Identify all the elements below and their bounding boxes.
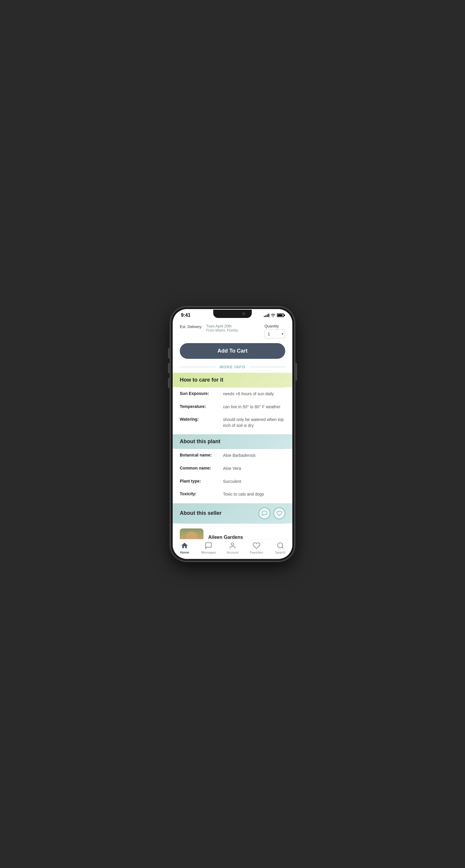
sidebar-item-messages[interactable]: Messages <box>197 542 221 554</box>
plant-section-title: About this plant <box>173 434 292 449</box>
messages-icon <box>205 542 212 550</box>
quantity-label: Quantity <box>264 324 279 328</box>
delivery-from: From Miami, Florida <box>206 328 260 333</box>
plant-type-value: Succulent <box>223 479 285 485</box>
seller-section: About this seller <box>173 503 292 539</box>
seller-section-title: About this seller <box>180 510 259 516</box>
message-seller-button[interactable] <box>259 507 270 519</box>
common-name-value: Aloe Vera <box>223 466 285 472</box>
camera <box>242 312 245 315</box>
svg-line-2 <box>282 547 284 549</box>
temperature-label: Temperature: <box>180 404 218 410</box>
sidebar-item-home[interactable]: Home <box>173 542 197 554</box>
svg-point-1 <box>278 542 283 548</box>
wifi-icon <box>271 313 275 317</box>
delivery-date: Tues April 20th <box>206 324 260 328</box>
quantity-section: Quantity 1 2 3 4 5 <box>264 324 285 338</box>
messages-nav-label: Messages <box>201 551 216 554</box>
table-row: Temperature: can live in 50° to 80° F we… <box>173 401 292 413</box>
avatar-image <box>180 528 203 539</box>
sidebar-item-account[interactable]: Account <box>221 542 245 554</box>
favorites-nav-label: Favorites <box>250 551 263 554</box>
notch <box>213 310 252 318</box>
heart-icon <box>276 510 282 516</box>
home-nav-label: Home <box>180 551 189 554</box>
status-time: 9:41 <box>181 313 191 318</box>
status-icons <box>264 313 284 317</box>
table-row: Toxicity: Toxic to cats and dogs <box>173 488 292 501</box>
more-info-label: MORE INFO <box>220 365 245 369</box>
sidebar-item-favorites[interactable]: Favorites <box>244 542 268 554</box>
home-icon <box>181 542 188 550</box>
favorite-seller-button[interactable] <box>273 507 285 519</box>
table-row: Sun Exposure: needs +6 hours of sun dail… <box>173 388 292 401</box>
sun-exposure-value: needs +6 hours of sun daily <box>223 391 285 397</box>
message-icon <box>262 510 267 516</box>
delivery-section: Est. Delivery Tues April 20th From Miami… <box>173 319 292 342</box>
toxicity-value: Toxic to cats and dogs <box>223 491 285 497</box>
delivery-info: Tues April 20th From Miami, Florida <box>206 324 260 333</box>
botanical-name-value: Aloe Barbadensis <box>223 453 285 459</box>
delivery-label: Est. Delivery <box>180 324 201 329</box>
svg-point-0 <box>231 542 234 545</box>
common-name-label: Common name: <box>180 466 218 472</box>
favorites-icon <box>253 542 260 550</box>
content-area: Est. Delivery Tues April 20th From Miami… <box>173 319 292 539</box>
search-icon <box>277 542 284 550</box>
search-nav-label: Search <box>275 551 286 554</box>
table-row: Botanical name: Aloe Barbadensis <box>173 449 292 462</box>
care-section-title: How to care for it <box>173 373 292 387</box>
account-nav-label: Account <box>227 551 238 554</box>
sidebar-item-search[interactable]: Search <box>268 542 292 554</box>
quantity-wrapper[interactable]: 1 2 3 4 5 <box>264 330 285 338</box>
add-to-cart-button[interactable]: Add To Cart <box>180 343 285 359</box>
seller-text: Aileen Gardens Small time gardener! <box>208 535 285 539</box>
care-section: How to care for it Sun Exposure: needs +… <box>173 373 292 432</box>
seller-name: Aileen Gardens <box>208 535 285 539</box>
bottom-nav: Home Messages Account Favorites <box>173 539 292 559</box>
avatar <box>180 528 203 539</box>
plant-section: About this plant Botanical name: Aloe Ba… <box>173 434 292 501</box>
quantity-select[interactable]: 1 2 3 4 5 <box>264 330 285 338</box>
table-row: Common name: Aloe Vera <box>173 462 292 475</box>
account-icon <box>229 542 236 550</box>
seller-info: Aileen Gardens Small time gardener! <box>173 524 292 539</box>
table-row: Plant type: Succulent <box>173 475 292 488</box>
table-row: Watering: should only be watered when to… <box>173 413 292 432</box>
seller-header: About this seller <box>173 503 292 523</box>
more-info-divider: MORE INFO <box>173 364 292 373</box>
botanical-name-label: Botanical name: <box>180 453 218 459</box>
watering-value: should only be watered when top inch of … <box>223 417 285 428</box>
watering-label: Watering: <box>180 417 218 428</box>
temperature-value: can live in 50° to 80° F weather <box>223 404 285 410</box>
battery-icon <box>277 313 284 317</box>
plant-type-label: Plant type: <box>180 479 218 485</box>
sun-exposure-label: Sun Exposure: <box>180 391 218 397</box>
seller-action-buttons <box>259 507 285 519</box>
toxicity-label: Toxicity: <box>180 491 218 497</box>
signal-icon <box>264 313 269 317</box>
